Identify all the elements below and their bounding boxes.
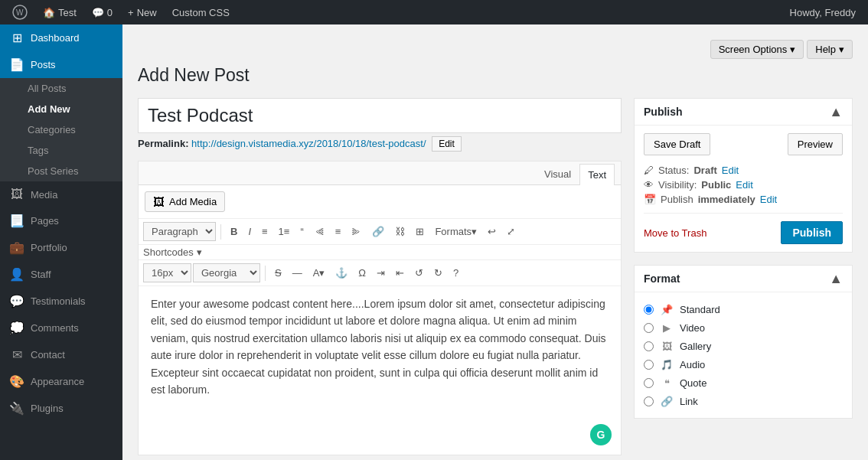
bold-button[interactable]: B [226, 223, 242, 240]
howdy-user[interactable]: Howdy, Freddy [784, 7, 862, 18]
submenu-tags[interactable]: Tags [0, 140, 122, 161]
status-edit-link[interactable]: Edit [722, 165, 739, 176]
quote-icon: ❝ [660, 376, 674, 390]
sidebar-item-comments[interactable]: 💭 Comments [0, 315, 122, 341]
move-to-trash-button[interactable]: Move to Trash [644, 227, 706, 239]
undo2-button[interactable]: ↺ [410, 264, 428, 282]
sidebar-item-plugins[interactable]: 🔌 Plugins [0, 395, 122, 422]
sidebar-item-dashboard[interactable]: ⊞ Dashboard [0, 24, 122, 51]
grammarly-badge: G [590, 424, 612, 445]
post-sidebar: Publish ▲ Save Draft Preview 🖊 Status: D… [634, 98, 853, 455]
permalink-url[interactable]: http://design.vistamedia.xyz/2018/10/18/… [191, 138, 426, 149]
link-button[interactable]: 🔗 [367, 223, 389, 240]
format-box-header: Format ▲ [635, 266, 852, 292]
new-content-menu[interactable]: + New [122, 0, 163, 24]
submenu-add-new[interactable]: Add New [0, 99, 122, 119]
site-home-icon: 🏠 [43, 7, 55, 18]
blockquote-button[interactable]: “ [295, 223, 308, 240]
font-color-button[interactable]: A▾ [308, 264, 330, 282]
italic-button[interactable]: I [243, 223, 256, 240]
submenu-post-series[interactable]: Post Series [0, 161, 122, 181]
align-right-button[interactable]: ⫸ [347, 223, 366, 240]
tab-text[interactable]: Text [579, 164, 615, 185]
help-button[interactable]: Help ▾ [807, 40, 853, 59]
indent-button[interactable]: ⇥ [372, 264, 390, 282]
separator-1 [220, 224, 221, 240]
publish-time-edit-link[interactable]: Edit [760, 194, 777, 205]
submenu-all-posts[interactable]: All Posts [0, 78, 122, 99]
unlink-button[interactable]: ⛓ [390, 223, 410, 240]
chevron-down-icon: ▾ [790, 44, 795, 55]
editor-tabs: Visual Text [139, 161, 621, 185]
align-center-button[interactable]: ≡ [331, 223, 346, 240]
align-left-button[interactable]: ⫷ [310, 223, 329, 240]
ordered-list-button[interactable]: 1≡ [274, 223, 295, 240]
unordered-list-button[interactable]: ≡ [257, 223, 272, 240]
font-size-select[interactable]: 16px 12px 14px 18px [143, 263, 191, 282]
format-link-radio[interactable] [644, 396, 654, 406]
save-draft-button[interactable]: Save Draft [644, 133, 710, 155]
add-media-button[interactable]: 🖼 Add Media [145, 191, 225, 212]
format-audio-radio[interactable] [644, 360, 654, 370]
redo-button[interactable]: ↻ [429, 264, 447, 282]
help-toolbar-button[interactable]: ? [449, 264, 463, 282]
sidebar-label-staff: Staff [31, 269, 51, 280]
sidebar-item-contact[interactable]: ✉ Contact [0, 341, 122, 368]
undo-button[interactable]: ↩ [483, 223, 501, 240]
anchor-button[interactable]: ⚓ [331, 264, 352, 282]
strikethrough-button[interactable]: S [270, 264, 286, 282]
formats-button[interactable]: Formats ▾ [430, 223, 481, 240]
format-gallery-radio[interactable] [644, 341, 654, 351]
format-link-label: Link [680, 396, 698, 407]
font-family-select[interactable]: Georgia Arial Helvetica [193, 263, 260, 282]
format-toggle-button[interactable]: ▲ [829, 272, 843, 285]
separator-2 [265, 266, 266, 281]
sidebar-label-pages: Pages [31, 215, 59, 227]
table-button[interactable]: ⊞ [411, 223, 429, 240]
calendar-icon: 📅 [644, 194, 656, 205]
publish-footer: Move to Trash Publish [644, 213, 843, 244]
sidebar-label-plugins: Plugins [31, 403, 64, 414]
permalink-edit-button[interactable]: Edit [432, 136, 462, 152]
sidebar-item-staff[interactable]: 👤 Staff [0, 261, 122, 288]
sidebar-item-posts[interactable]: 📄 Posts [0, 51, 122, 78]
sidebar-item-appearance[interactable]: 🎨 Appearance [0, 368, 122, 395]
help-chevron-icon: ▾ [839, 44, 844, 55]
visibility-row: 👁 Visibility: Public Edit [644, 179, 843, 191]
format-video-radio[interactable] [644, 323, 654, 333]
link-format-icon: 🔗 [660, 394, 674, 408]
editor-content-area[interactable]: Enter your awesome podcast content here.… [139, 286, 621, 455]
submenu-categories[interactable]: Categories [0, 119, 122, 140]
publish-button[interactable]: Publish [781, 221, 843, 244]
wp-logo[interactable]: W [6, 0, 34, 24]
pages-icon: 📃 [9, 214, 24, 228]
visibility-label: Visibility: [658, 179, 697, 191]
paragraph-select[interactable]: Paragraph Heading 1 Heading 2 [143, 222, 216, 241]
format-standard-radio[interactable] [644, 305, 654, 315]
publish-toggle-button[interactable]: ▲ [829, 105, 843, 119]
outdent-button[interactable]: ⇤ [391, 264, 409, 282]
fullscreen-button[interactable]: ⤢ [502, 223, 520, 240]
screen-meta-bar: Screen Options ▾ Help ▾ [138, 40, 853, 59]
post-title-input[interactable] [138, 98, 622, 133]
screen-options-button[interactable]: Screen Options ▾ [710, 40, 804, 59]
visibility-edit-link[interactable]: Edit [736, 179, 752, 191]
comments-count[interactable]: 💬 0 [86, 0, 119, 24]
tab-visual[interactable]: Visual [536, 163, 579, 184]
symbol-button[interactable]: Ω [354, 264, 370, 282]
editor-wrap: Visual Text 🖼 Add Media Paragraph [138, 161, 622, 455]
format-standard-label: Standard [680, 304, 720, 315]
format-quote-radio[interactable] [644, 378, 654, 388]
hr-button[interactable]: — [288, 264, 307, 282]
shortcodes-button[interactable]: Shortcodes ▾ [143, 246, 202, 258]
preview-button[interactable]: Preview [788, 133, 843, 155]
publish-actions: Save Draft Preview [644, 133, 843, 155]
post-title-area [138, 98, 622, 133]
sidebar-item-testimonials[interactable]: 💬 Testimonials [0, 288, 122, 315]
sidebar-item-media[interactable]: 🖼 Media [0, 181, 122, 207]
site-name[interactable]: 🏠 Test [37, 0, 83, 24]
sidebar-item-pages[interactable]: 📃 Pages [0, 207, 122, 234]
sidebar-item-portfolio[interactable]: 💼 Portfolio [0, 234, 122, 261]
custom-css-link[interactable]: Custom CSS [166, 0, 236, 24]
sidebar-label-dashboard: Dashboard [31, 32, 80, 44]
